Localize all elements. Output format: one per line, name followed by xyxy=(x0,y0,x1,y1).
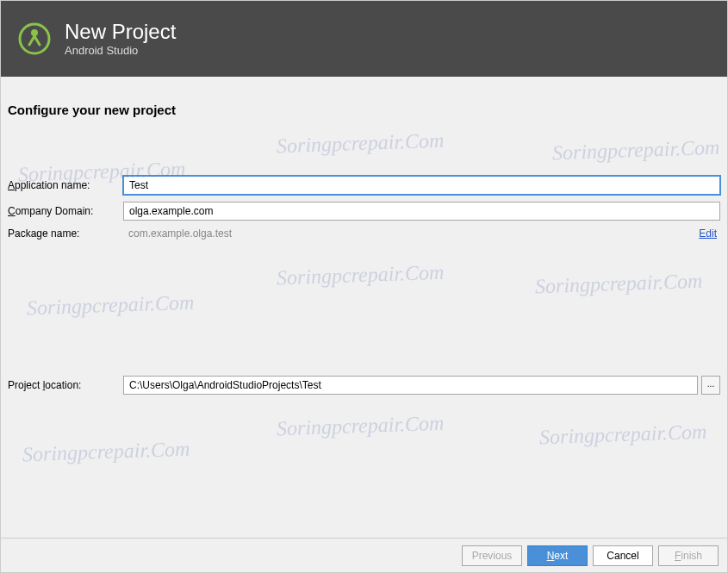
previous-button: Previous xyxy=(462,545,522,566)
browse-location-button[interactable]: ... xyxy=(701,376,720,395)
application-name-row: Application name: xyxy=(8,176,720,195)
watermark: Soringpcrepair.Com xyxy=(277,412,445,441)
wizard-footer: Previous Next Cancel Finish xyxy=(1,538,727,572)
next-button[interactable]: Next xyxy=(527,545,588,566)
watermark: Soringpcrepair.Com xyxy=(539,420,707,450)
application-name-label: Application name: xyxy=(8,179,123,191)
svg-point-0 xyxy=(20,24,49,53)
watermark: Soringpcrepair.Com xyxy=(22,438,190,467)
company-domain-label: Company Domain: xyxy=(8,205,123,217)
dialog-header: New Project Android Studio xyxy=(1,1,727,77)
header-text: New Project Android Studio xyxy=(65,21,176,56)
project-location-label: Project location: xyxy=(8,379,123,391)
package-name-label: Package name: xyxy=(8,227,123,240)
edit-package-link[interactable]: Edit xyxy=(699,227,717,240)
page-title: Configure your new project xyxy=(8,103,720,117)
android-studio-icon xyxy=(16,21,53,57)
dialog-subtitle: Android Studio xyxy=(65,44,176,57)
cancel-button[interactable]: Cancel xyxy=(593,545,653,566)
dialog-title: New Project xyxy=(65,21,176,43)
company-domain-row: Company Domain: xyxy=(8,202,720,221)
package-name-row: Package name: com.example.olga.test Edit xyxy=(8,227,720,240)
dialog-content: Configure your new project Application n… xyxy=(1,77,727,395)
package-name-value: com.example.olga.test xyxy=(123,227,690,240)
finish-button: Finish xyxy=(658,545,719,566)
project-location-row: Project location: ... xyxy=(8,376,720,395)
spacer xyxy=(8,246,720,376)
application-name-input[interactable] xyxy=(123,176,720,195)
company-domain-input[interactable] xyxy=(123,202,720,221)
project-location-input[interactable] xyxy=(123,376,698,395)
